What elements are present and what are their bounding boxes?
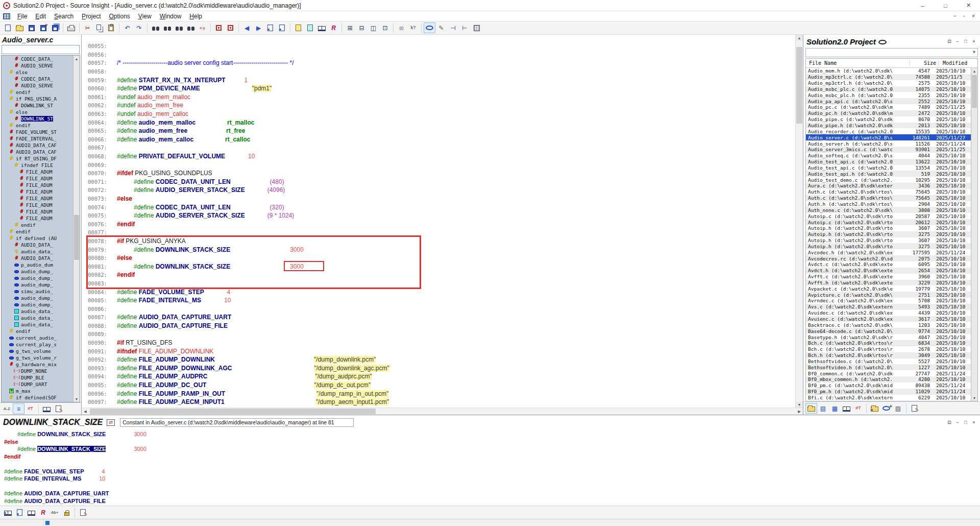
file-list-row[interactable]: Avcodec.h (d:\watch2.0\sdk\ex1775952025/… (806, 249, 971, 255)
file-list-row[interactable]: Bfi.c (d:\watch2.0\sdk\extern62292025/10… (806, 395, 971, 401)
symbol-tree-item[interactable]: simu_audio_ (3, 288, 72, 295)
file-list-row[interactable]: Autoip.c (d:\watch2.0\sdk\rto206122025/1… (806, 219, 971, 225)
symbol-tree-item[interactable]: current_audio_ (3, 334, 72, 341)
scroll-down-icon[interactable]: ▼ (971, 395, 977, 401)
file-list-header[interactable]: File Name Size Modified (806, 59, 977, 68)
symbol-tree-item[interactable]: audio_dump_ (3, 301, 72, 308)
scroll-down-icon[interactable]: ▼ (796, 401, 803, 408)
recall-symbol-icon[interactable]: R (37, 507, 49, 518)
symbol-tree-item[interactable]: #FILE_ADUM (3, 202, 72, 208)
symbol-window-icon[interactable] (292, 22, 304, 33)
document-system-icon[interactable] (3, 13, 10, 19)
file-list-row[interactable]: Bf0_mbox_common.h (d:\watch2.42802025/10… (806, 376, 971, 382)
file-list-row[interactable]: Avpacket.c (d:\watch2.0\sdk\e197792025/1… (806, 285, 971, 292)
relation-window-toggle-icon[interactable] (316, 22, 328, 33)
editor-vertical-scrollbar[interactable]: ▲ ▼ (795, 35, 803, 408)
find-icon[interactable] (150, 22, 161, 33)
symbol-tree-item[interactable]: #TX_DMA_SIZE (3, 401, 72, 402)
number-grid-icon[interactable] (471, 22, 482, 33)
cut-icon[interactable]: ✂ (82, 22, 93, 33)
file-list-row[interactable]: Autoip.h (d:\watch2.0\sdk\rto32752025/10… (806, 231, 971, 237)
file-list-row[interactable]: Bf0_pm.h (d:\watch2.0\sdk\mid110292025/1… (806, 389, 971, 395)
browse-project-symbols-icon[interactable]: R (328, 22, 339, 33)
case-sensitive-icon[interactable]: Ab+ (49, 507, 61, 518)
file-list-row[interactable]: Audio_mp3ctrl.h (d:\watch2.0\25752025/10… (806, 80, 971, 86)
column-modified[interactable]: Modified (939, 60, 977, 66)
symbol-tree-item[interactable]: #if defined (AU (3, 235, 72, 242)
scroll-up-icon[interactable]: ▲ (796, 35, 803, 41)
synchronize-files-icon[interactable] (880, 403, 892, 414)
close-button[interactable]: ✕ (957, 0, 980, 11)
file-list-row[interactable]: Bch.c (d:\watch2.0\sdk\rtos\r26782025/10… (806, 346, 971, 352)
symbol-tree-item[interactable]: #AUDIO_DATA_CAF (3, 149, 72, 155)
symbol-tree-item[interactable]: #FILE_ADUM (3, 215, 72, 222)
symbol-tree-item[interactable]: #AUDIO_SERVE (3, 62, 72, 69)
file-list-row[interactable]: Audio_server.c (d:\watch2.0\s1482612025/… (806, 134, 971, 140)
file-list-row[interactable]: Audio_pipe.c (d:\watch2.0\sdk86702025/10… (806, 116, 971, 123)
mdi-close-button[interactable]: × (969, 12, 978, 20)
symbol-tree-item[interactable]: #FILE_ADUM (3, 175, 72, 182)
symbol-tree-item[interactable]: #CODEC_DATA_ (3, 56, 72, 62)
symbol-tree-item[interactable]: #AUDIO_DATA_ (3, 242, 72, 248)
symbol-filter-icon[interactable]: #T (24, 403, 36, 414)
scroll-up-icon[interactable]: ▲ (74, 56, 80, 62)
file-list-row[interactable]: Auth.h (d:\watch2.0\sdk\rtos\29042025/10… (806, 201, 971, 207)
project-properties-icon[interactable] (909, 403, 920, 414)
symbol-tree-item[interactable]: audio_dump_ (3, 281, 72, 288)
menu-item-window[interactable]: Window (156, 12, 186, 21)
symbol-tree-item[interactable]: audio_dump_ (3, 295, 72, 301)
symbol-tree-item[interactable]: [··]DUMP_UART (3, 381, 72, 388)
symbol-tree-item[interactable]: #FILE_ADUM (3, 169, 72, 175)
save-icon[interactable] (26, 22, 37, 33)
open-file-icon[interactable] (14, 22, 26, 33)
file-list-row[interactable]: Audio_server.h (d:\watch2.0\s115262025/1… (806, 140, 971, 147)
file-list-row[interactable]: Audio_test_api.c (d:\watch2.0135542025/1… (806, 165, 971, 171)
lock-context-icon[interactable] (61, 507, 72, 518)
symbol-tree-item[interactable]: audio_data_ (3, 315, 72, 321)
file-list-row[interactable]: Audio_mem.h (d:\watch2.0\sdk\45472025/10… (806, 68, 971, 74)
file-list-row[interactable]: Audio_msbc_plc.h (d:\watch2.023552025/10… (806, 92, 971, 98)
context-help-icon[interactable]: k? (407, 22, 419, 33)
copy-icon[interactable] (93, 22, 105, 33)
redo-icon[interactable]: ↷ (133, 22, 145, 33)
file-list-row[interactable]: Autoip.h (d:\watch2.0\sdk\rto36072025/10… (806, 237, 971, 244)
save-all-icon[interactable] (49, 22, 61, 33)
split-window-icon[interactable]: ⊞ (344, 22, 356, 33)
context-window-toggle-icon[interactable] (304, 22, 316, 33)
symbol-tree-scrollbar[interactable]: ▲ ▼ (73, 56, 80, 402)
function-tip-icon[interactable]: {() (396, 22, 407, 33)
symbol-tree-item[interactable]: #endif (3, 328, 72, 334)
maximize-button[interactable]: □ (962, 38, 970, 45)
file-list-row[interactable]: Bch.c (d:\watch2.0\sdk\rtos\r68342025/10… (806, 340, 971, 346)
file-list-row[interactable]: Avuienc.c (d:\watch2.0\sdk\ex36172025/10… (806, 316, 971, 322)
mdi-restore-button[interactable]: ▫ (960, 12, 969, 20)
scrollbar-thumb[interactable] (796, 47, 802, 124)
file-list-row[interactable]: Avdct.h (d:\watch2.0\sdk\exte26542025/10… (806, 268, 971, 274)
split-vertical-icon[interactable]: ◫ (368, 22, 379, 33)
symbol-tree-item[interactable]: g_tws_volume_r (3, 354, 72, 361)
scrollbar-thumb[interactable] (972, 75, 977, 108)
file-list-row[interactable]: Audio_server_3mics.c (d:\watc939012025/1… (806, 147, 971, 153)
context-info-field[interactable]: Constant in Audio_server.c (d:\watch2.0\… (120, 418, 354, 427)
symbol-tree-item[interactable]: #AUDIO_SERVE (3, 82, 72, 89)
file-list-row[interactable]: Bch.h (d:\watch2.0\sdk\rtos\r30492025/10… (806, 352, 971, 358)
column-file-name[interactable]: File Name (806, 60, 910, 66)
symbol-tree-item[interactable]: #if PKG_USING_A (3, 95, 72, 102)
symbol-tree-item[interactable]: #DOWNLINK_ST (3, 115, 72, 122)
symbol-tree-item[interactable]: audio_data_ (3, 308, 72, 315)
symbol-tree-item[interactable]: #FILE_ADUM (3, 182, 72, 188)
sort-by-line-icon[interactable]: ≡ (13, 403, 24, 414)
file-list-row[interactable]: Audio_softeq.c (d:\watch2.0\s40442025/10… (806, 153, 971, 159)
file-list-row[interactable]: Avfft.c (d:\watch2.0\sdk\exte39602025/10… (806, 274, 971, 280)
file-list-row[interactable]: Bf0_common.c (d:\watch2.0\sdk277472025/1… (806, 370, 971, 376)
symbol-tree-item[interactable]: audio_data_ (3, 321, 72, 328)
file-list-row[interactable]: Autoip.c (d:\watch2.0\sdk\rto205872025/1… (806, 213, 971, 219)
menu-item-help[interactable]: Help (185, 12, 206, 21)
file-list-row[interactable]: Avfft.h (d:\watch2.0\sdk\exte32292025/10… (806, 280, 971, 286)
file-list-row[interactable]: Base64-decode.c (d:\watch2.0\97742025/10… (806, 328, 971, 334)
file-list-row[interactable]: Auth_none.c (d:\watch2.0\sdk\38082025/10… (806, 207, 971, 213)
symbol-properties-icon[interactable] (53, 403, 64, 414)
symbol-tree-item[interactable]: #g_hardware_mix (3, 361, 72, 368)
symbol-tree-item[interactable]: #endif (3, 222, 72, 228)
project-file-combo[interactable]: ▼ (805, 48, 978, 57)
